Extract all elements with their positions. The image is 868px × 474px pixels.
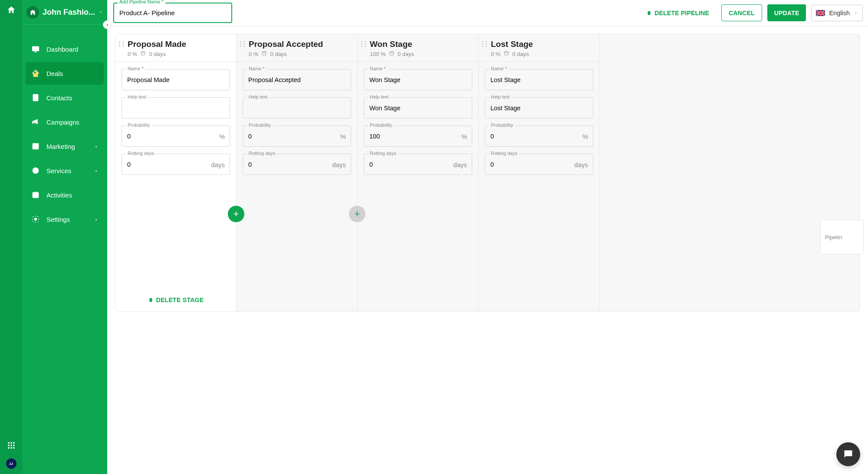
drag-handle-icon[interactable] (240, 41, 246, 47)
delete-pipeline-label: DELETE PIPELINE (654, 10, 709, 16)
stage-name-input[interactable] (485, 69, 593, 90)
stage-name-field: Name * (364, 69, 472, 90)
chevron-down-icon[interactable] (99, 8, 103, 16)
stage-meta: 0 %0 days (249, 50, 351, 57)
sidebar-item-activities[interactable]: Activities (26, 184, 104, 206)
stage-probability-input[interactable] (364, 125, 472, 147)
stage-help-input[interactable] (485, 97, 593, 118)
svg-rect-13 (34, 145, 35, 146)
sidebar-item-label: Deals (46, 70, 99, 77)
stage-help-field: Help text (485, 97, 593, 118)
topbar: Add Pipeline Name * DELETE PIPELINE CANC… (107, 0, 868, 26)
stage-probability-field: Probability% (243, 125, 351, 147)
stage-probability-field: Probability% (364, 125, 472, 147)
stage-help-field: Help text (122, 97, 230, 118)
home-icon[interactable] (7, 5, 16, 16)
sidebar-item-deals[interactable]: Deals (26, 62, 104, 85)
svg-rect-9 (33, 46, 39, 51)
sidebar-item-settings[interactable]: Settings (26, 208, 104, 230)
sidebar-item-label: Contacts (46, 94, 99, 102)
svg-rect-1 (10, 442, 12, 444)
sidebar-item-label: Marketing (46, 143, 88, 150)
update-button[interactable]: UPDATE (767, 4, 806, 21)
stage-header: Lost Stage0 %0 days (479, 34, 599, 62)
apps-grid-icon[interactable] (7, 441, 16, 451)
collapse-sidebar-button[interactable] (103, 20, 112, 29)
sidebar-item-label: Dashboard (46, 46, 99, 53)
svg-rect-25 (505, 52, 509, 55)
svg-rect-3 (8, 444, 9, 446)
sidebar-item-contacts[interactable]: Contacts (26, 86, 104, 109)
stage-meta: 100 %0 days (370, 50, 472, 57)
calendar-icon (503, 50, 509, 57)
stage-probability-field: Probability% (485, 125, 593, 147)
sidebar: John Fashio... DashboardDealsContactsCam… (22, 0, 107, 474)
stage-column: Proposal Accepted0 %0 daysName *Help tex… (237, 34, 358, 311)
sidebar-item-campaigns[interactable]: Campaigns (26, 111, 104, 133)
chat-launcher[interactable] (836, 442, 860, 466)
svg-rect-0 (8, 442, 9, 444)
svg-rect-4 (10, 444, 12, 446)
sidebar-item-label: Campaigns (46, 118, 99, 126)
svg-rect-24 (390, 52, 394, 55)
delete-stage-button[interactable]: DELETE STAGE (148, 296, 204, 303)
sidebar-item-marketing[interactable]: Marketing (26, 135, 104, 158)
stage-title: Lost Stage (491, 40, 593, 49)
pipeline-name-input[interactable] (113, 3, 232, 23)
dashboard-icon (31, 44, 40, 54)
pipeline-name-label: Add Pipeline Name * (118, 0, 165, 4)
stage-name-field: Name * (243, 69, 351, 90)
calendar-icon (261, 50, 267, 57)
drag-handle-icon[interactable] (361, 41, 367, 47)
pipeline-name-field: Add Pipeline Name * (113, 3, 232, 23)
stage-help-input[interactable] (364, 97, 472, 118)
stage-header: Proposal Made0 %0 days (115, 34, 236, 62)
sidebar-item-services[interactable]: Services (26, 159, 104, 182)
stage-rotting-field: Rotting daysdays (364, 154, 472, 175)
svg-rect-7 (10, 447, 12, 448)
sidebar-item-label: Services (46, 167, 88, 174)
sidebar-item-dashboard[interactable]: Dashboard (26, 38, 104, 60)
svg-rect-8 (13, 447, 14, 448)
stage-name-field: Name * (122, 69, 230, 90)
stage-probability-input[interactable] (243, 125, 351, 147)
chevron-down-icon (854, 9, 858, 17)
stage-header: Proposal Accepted0 %0 days (237, 34, 357, 62)
svg-point-11 (35, 96, 36, 98)
stage-name-input[interactable] (122, 69, 230, 90)
stages-board: Proposal Made0 %0 daysName *Help textPro… (115, 34, 860, 312)
stage-probability-input[interactable] (122, 125, 230, 147)
chevron-right-icon (94, 216, 99, 223)
cancel-button[interactable]: CANCEL (721, 4, 762, 21)
drag-handle-icon[interactable] (482, 41, 488, 47)
stage-title: Proposal Accepted (249, 40, 351, 49)
stage-probability-field: Probability% (122, 125, 230, 147)
stage-column: Won Stage100 %0 daysName *Help textProba… (358, 34, 479, 311)
stage-probability-input[interactable] (485, 125, 593, 147)
stage-help-input[interactable] (122, 97, 230, 118)
stage-column: Lost Stage0 %0 daysName *Help textProbab… (479, 34, 600, 311)
delete-pipeline-button[interactable]: DELETE PIPELINE (639, 4, 716, 21)
add-stage-button[interactable]: + (228, 206, 244, 222)
chevron-right-icon (94, 167, 99, 174)
stage-rotting-field: Rotting daysdays (485, 154, 593, 175)
stage-help-field: Help text (243, 97, 351, 118)
svg-point-16 (35, 218, 37, 221)
svg-rect-2 (13, 442, 14, 444)
language-selector[interactable]: English (811, 5, 863, 21)
add-stage-button[interactable]: + (349, 206, 365, 222)
stage-help-field: Help text (364, 97, 472, 118)
stage-name-input[interactable] (364, 69, 472, 90)
svg-rect-5 (13, 444, 14, 446)
chevron-right-icon (94, 143, 99, 150)
stage-name-input[interactable] (243, 69, 351, 90)
stage-rotting-field: Rotting daysdays (243, 154, 351, 175)
company-title: John Fashio... (43, 8, 95, 17)
sidebar-item-label: Settings (46, 216, 88, 223)
svg-rect-22 (141, 52, 145, 55)
sidebar-item-label: Activities (46, 191, 99, 199)
stage-help-input[interactable] (243, 97, 351, 118)
user-avatar[interactable]: JJ (6, 458, 16, 469)
building-icon (26, 6, 39, 19)
drag-handle-icon[interactable] (119, 41, 125, 47)
